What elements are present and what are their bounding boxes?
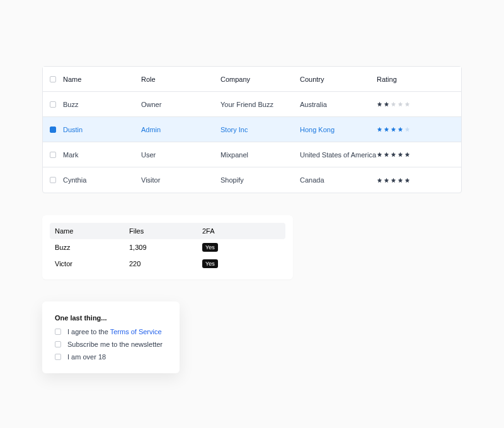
files-table-header: Name Files 2FA bbox=[50, 223, 285, 239]
star-icon bbox=[404, 152, 410, 157]
cell-role: Visitor bbox=[141, 176, 220, 184]
files-header-files: Files bbox=[124, 227, 197, 235]
terms-label: I agree to the Terms of Service bbox=[67, 328, 162, 335]
table-row[interactable]: BuzzOwnerYour Friend BuzzAustralia bbox=[43, 92, 461, 117]
cell-company: Story Inc bbox=[220, 126, 300, 133]
star-icon bbox=[384, 152, 389, 157]
table-row[interactable]: CynthiaVisitorShopifyCanada bbox=[43, 167, 461, 193]
age-checkbox[interactable] bbox=[55, 354, 61, 360]
star-icon bbox=[404, 177, 410, 183]
cell-country: United States of America bbox=[300, 151, 377, 159]
star-icon bbox=[384, 127, 389, 132]
star-icon bbox=[391, 127, 396, 132]
star-icon bbox=[377, 127, 382, 132]
files-cell-2fa: Yes bbox=[197, 259, 285, 268]
files-cell-files: 1,309 bbox=[124, 244, 197, 251]
star-icon bbox=[384, 101, 389, 107]
files-cell-files: 220 bbox=[124, 260, 197, 268]
users-table: Name Role Company Country Rating BuzzOwn… bbox=[42, 66, 462, 193]
header-role: Role bbox=[141, 76, 220, 83]
star-icon bbox=[391, 177, 396, 183]
header-rating: Rating bbox=[377, 76, 461, 83]
star-icon bbox=[377, 152, 382, 157]
cell-country: Hong Kong bbox=[300, 126, 377, 133]
age-label: I am over 18 bbox=[67, 353, 106, 361]
star-icon bbox=[404, 127, 410, 132]
star-icon bbox=[384, 177, 389, 183]
star-icon bbox=[404, 101, 410, 107]
files-cell-name: Victor bbox=[50, 260, 124, 268]
select-all-checkbox[interactable] bbox=[50, 76, 56, 82]
star-icon bbox=[398, 177, 403, 183]
star-icon bbox=[391, 101, 396, 107]
star-icon bbox=[391, 152, 396, 157]
row-checkbox[interactable] bbox=[50, 101, 56, 108]
table-row[interactable]: DustinAdminStory IncHong Kong bbox=[43, 117, 461, 142]
consent-option-age[interactable]: I am over 18 bbox=[55, 353, 167, 361]
cell-country: Australia bbox=[300, 101, 377, 108]
files-cell-name: Buzz bbox=[50, 244, 124, 251]
files-header-name: Name bbox=[50, 227, 124, 235]
cell-rating bbox=[377, 152, 461, 157]
consent-card: One last thing... I agree to the Terms o… bbox=[42, 301, 180, 373]
consent-option-terms[interactable]: I agree to the Terms of Service bbox=[55, 328, 167, 335]
consent-title: One last thing... bbox=[55, 314, 167, 322]
header-company: Company bbox=[220, 76, 300, 83]
cell-role: Admin bbox=[141, 126, 220, 133]
star-icon bbox=[377, 177, 382, 183]
newsletter-checkbox[interactable] bbox=[55, 341, 61, 347]
cell-rating bbox=[377, 177, 461, 183]
files-cell-2fa: Yes bbox=[197, 243, 285, 252]
cell-company: Your Friend Buzz bbox=[220, 101, 300, 108]
cell-company: Shopify bbox=[220, 176, 300, 184]
table-row[interactable]: MarkUserMixpanelUnited States of America bbox=[43, 142, 461, 167]
cell-role: User bbox=[141, 151, 220, 159]
twofa-badge: Yes bbox=[202, 243, 218, 252]
row-checkbox[interactable] bbox=[50, 127, 56, 133]
header-country: Country bbox=[300, 76, 377, 83]
header-name: Name bbox=[63, 76, 141, 83]
cell-name: Buzz bbox=[63, 101, 141, 108]
files-header-2fa: 2FA bbox=[197, 227, 285, 235]
files-row[interactable]: Victor220Yes bbox=[50, 256, 285, 272]
twofa-badge: Yes bbox=[202, 259, 218, 268]
row-checkbox[interactable] bbox=[50, 177, 56, 183]
newsletter-label: Subscribe me to the newsletter bbox=[67, 341, 163, 348]
terms-link[interactable]: Terms of Service bbox=[110, 328, 162, 335]
cell-country: Canada bbox=[300, 176, 377, 184]
cell-name: Dustin bbox=[63, 126, 141, 133]
files-row[interactable]: Buzz1,309Yes bbox=[50, 239, 285, 256]
star-icon bbox=[398, 127, 403, 132]
consent-option-newsletter[interactable]: Subscribe me to the newsletter bbox=[55, 341, 167, 348]
cell-rating bbox=[377, 127, 461, 132]
cell-role: Owner bbox=[141, 101, 220, 108]
cell-name: Cynthia bbox=[63, 176, 141, 184]
users-table-header: Name Role Company Country Rating bbox=[43, 67, 461, 92]
cell-rating bbox=[377, 101, 461, 107]
cell-company: Mixpanel bbox=[220, 151, 300, 159]
row-checkbox[interactable] bbox=[50, 152, 56, 158]
terms-checkbox[interactable] bbox=[55, 329, 61, 335]
cell-name: Mark bbox=[63, 151, 141, 159]
files-table: Name Files 2FA Buzz1,309YesVictor220Yes bbox=[42, 215, 293, 279]
star-icon bbox=[398, 152, 403, 157]
star-icon bbox=[377, 101, 382, 107]
star-icon bbox=[398, 101, 403, 107]
